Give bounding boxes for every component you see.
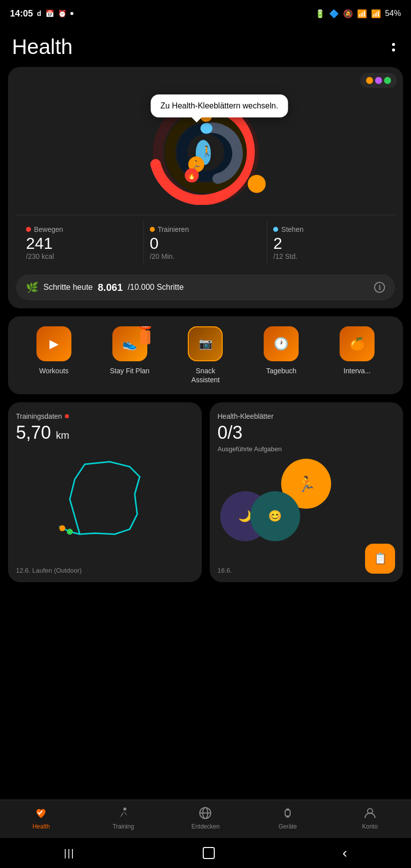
entdecken-nav-icon bbox=[198, 806, 212, 820]
quick-action-interval[interactable]: 🍊 Interva... bbox=[319, 326, 395, 384]
geraete-nav-label: Geräte bbox=[279, 823, 297, 830]
steps-goal: /10.000 Schritte bbox=[128, 283, 184, 292]
training-data-card[interactable]: Trainingsdaten 5,70 km 12.6. Laufen (Out… bbox=[8, 402, 202, 582]
stayfit-label: Stay Fit Plan bbox=[110, 366, 149, 375]
quick-actions-card: ▶ Workouts hot 👟 Stay Fit Plan 📷 Snack A… bbox=[8, 316, 403, 394]
status-icon-alarm: ⏰ bbox=[58, 9, 66, 17]
tagebuch-icon-glyph: 🕐 bbox=[274, 337, 289, 351]
home-button[interactable] bbox=[203, 847, 215, 859]
training-activity: Laufen (Outdoor) bbox=[32, 567, 82, 574]
entdecken-nav-label: Entdecken bbox=[191, 823, 220, 830]
route-map-svg bbox=[16, 449, 194, 549]
stat-bewegen[interactable]: Bewegen 241 /230 kcal bbox=[20, 221, 144, 264]
steps-bar[interactable]: 🌿 Schritte heute 8.061 /10.000 Schritte … bbox=[16, 274, 395, 300]
bewegen-label-text: Bewegen bbox=[34, 225, 63, 233]
route-path bbox=[60, 462, 140, 534]
bewegen-goal: /230 kcal bbox=[26, 252, 137, 260]
bewegen-dot bbox=[26, 227, 31, 232]
bewegen-value: 241 bbox=[26, 235, 137, 251]
quick-action-stayfit[interactable]: hot 👟 Stay Fit Plan bbox=[92, 326, 168, 384]
menu-button[interactable] bbox=[388, 39, 399, 55]
training-value: 5,70 km bbox=[16, 422, 194, 443]
tooltip-text: Zu Health-Kleeblättern wechseln. bbox=[160, 101, 278, 110]
kleeblatt-dot-orange bbox=[366, 77, 373, 84]
health-nav-icon bbox=[34, 806, 48, 820]
konto-nav-icon bbox=[363, 806, 377, 820]
steps-count: 8.061 bbox=[98, 282, 123, 293]
kleeblatter-count: 0/3 bbox=[218, 422, 243, 443]
hot-badge: hot bbox=[139, 326, 151, 329]
kleeblatter-action-button[interactable]: 📋 bbox=[365, 544, 395, 574]
stayfit-icon: hot 👟 bbox=[112, 326, 147, 361]
nav-health[interactable]: Health bbox=[0, 806, 82, 830]
kleeblatter-card-date: 16.6. bbox=[218, 567, 232, 574]
status-right: 🔋 🔷 🔕 📶 📶 54% bbox=[315, 9, 401, 18]
quick-action-workouts[interactable]: ▶ Workouts bbox=[16, 326, 92, 384]
nav-konto[interactable]: Konto bbox=[329, 806, 411, 830]
training-title-text: Trainingsdaten bbox=[16, 412, 62, 420]
signal-icon: 📶 bbox=[371, 9, 381, 18]
konto-nav-label: Konto bbox=[362, 823, 378, 830]
status-time: 14:05 d 📅 ⏰ bbox=[10, 8, 73, 19]
battery-level: 54% bbox=[385, 9, 401, 18]
steps-leaf-icon: 🌿 bbox=[26, 281, 38, 293]
workouts-icon: ▶ bbox=[36, 326, 71, 361]
training-unit: km bbox=[56, 430, 69, 441]
kleeblatt-dot-green bbox=[384, 77, 391, 84]
entdecken-globe-icon bbox=[198, 806, 212, 820]
interval-label: Interva... bbox=[344, 366, 371, 375]
geraete-watch-icon bbox=[281, 806, 295, 820]
kleeblatt-button[interactable] bbox=[360, 73, 397, 88]
steps-label: Schritte heute bbox=[43, 283, 93, 292]
kleeblatter-title-text: Health-Kleeblätter bbox=[218, 412, 274, 420]
training-nav-label: Training bbox=[112, 823, 134, 830]
kleeblatter-circle-teal: 😊 bbox=[250, 491, 300, 541]
route-map bbox=[16, 449, 194, 549]
kleeblatt-dot-purple bbox=[375, 77, 382, 84]
quick-action-tagebuch[interactable]: 🕐 Tagebuch bbox=[243, 326, 319, 384]
page-title: Health bbox=[12, 35, 72, 59]
quick-action-snack[interactable]: 📷 Snack Assistent bbox=[168, 326, 244, 384]
status-bar: 14:05 d 📅 ⏰ 🔋 🔷 🔕 📶 📶 54% bbox=[0, 0, 411, 25]
stat-trainieren-label: Trainieren bbox=[150, 225, 261, 233]
training-distance: 5,70 bbox=[16, 422, 51, 443]
status-icon-d: d bbox=[37, 9, 41, 17]
route-end-dot bbox=[59, 525, 65, 531]
stehen-goal: /12 Std. bbox=[273, 252, 385, 260]
bottom-nav: Health Training Entdecken bbox=[0, 800, 411, 838]
mute-icon: 🔕 bbox=[343, 9, 353, 18]
back-button[interactable]: ‹ bbox=[343, 845, 347, 861]
activity-ring-card: Zu Health-Kleeblättern wechseln. 🏃 bbox=[8, 67, 403, 308]
home-square-icon bbox=[203, 847, 215, 859]
stat-stehen[interactable]: Stehen 2 /12 Std. bbox=[267, 221, 391, 264]
steps-info-icon[interactable]: ℹ bbox=[374, 282, 385, 293]
recents-button[interactable]: ||| bbox=[64, 848, 75, 859]
battery-charge-icon: 🔋 bbox=[315, 9, 325, 18]
status-dot bbox=[70, 12, 73, 15]
nav-geraete[interactable]: Geräte bbox=[247, 806, 329, 830]
kleeblatter-circles: 🏃 🌙 😊 📋 bbox=[218, 459, 396, 569]
nav-training[interactable]: Training bbox=[82, 806, 165, 830]
geraete-nav-icon bbox=[281, 806, 295, 820]
svg-point-3 bbox=[123, 808, 126, 811]
trainieren-value: 0 bbox=[150, 235, 261, 251]
stayfit-icon-glyph: 👟 bbox=[122, 337, 137, 351]
stat-trainieren[interactable]: Trainieren 0 /20 Min. bbox=[144, 221, 268, 264]
bluetooth-icon: 🔷 bbox=[329, 9, 339, 18]
time-display: 14:05 bbox=[10, 8, 33, 19]
nav-entdecken[interactable]: Entdecken bbox=[164, 806, 247, 830]
stehen-dot bbox=[273, 227, 278, 232]
stehen-label-text: Stehen bbox=[281, 225, 303, 233]
bottom-cards-container: Trainingsdaten 5,70 km 12.6. Laufen (Out… bbox=[8, 402, 403, 582]
training-nav-icon bbox=[116, 806, 130, 820]
kleeblatter-subtitle: Ausgeführte Aufgaben bbox=[218, 445, 396, 453]
kleeblatter-card[interactable]: Health-Kleeblätter 0/3 Ausgeführte Aufga… bbox=[210, 402, 404, 582]
health-heart-icon bbox=[34, 806, 48, 820]
status-icon-calendar: 📅 bbox=[45, 9, 54, 17]
training-card-date: 12.6. Laufen (Outdoor) bbox=[16, 567, 82, 574]
training-date-text: 12.6. bbox=[16, 567, 30, 574]
tooltip-kleeblatt[interactable]: Zu Health-Kleeblättern wechseln. bbox=[150, 94, 288, 117]
kleeblatter-runner-icon: 🏃 bbox=[297, 475, 316, 493]
snack-icon: 📷 bbox=[188, 326, 223, 361]
kleeblatter-card-title: Health-Kleeblätter bbox=[218, 412, 396, 420]
